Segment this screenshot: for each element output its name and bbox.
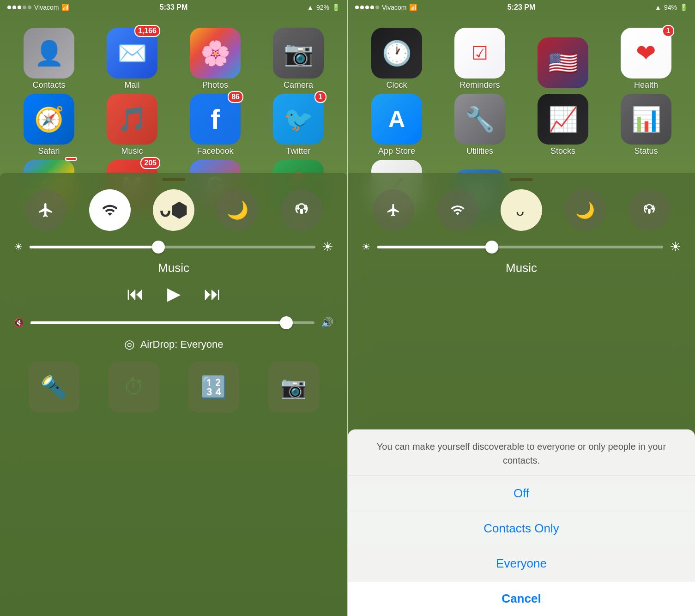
fast-forward-btn-left[interactable]: ⏭ [204, 284, 221, 304]
airdrop-row-left[interactable]: ◎ AirDrop: Everyone [14, 337, 333, 351]
timer-btn-left[interactable]: ⏱ [109, 362, 159, 412]
utilities-label: Utilities [466, 146, 493, 156]
status-label: Status [634, 146, 658, 156]
airplane-mode-btn-right[interactable] [373, 189, 414, 231]
airdrop-off-option[interactable]: Off [348, 476, 695, 511]
music-icon: 🎵 [107, 94, 157, 145]
wifi-btn-left[interactable] [89, 189, 131, 231]
app-reminders[interactable]: ☑ Reminders [440, 28, 520, 90]
twitter-badge: 1 [314, 91, 326, 103]
battery-right: 94% [664, 4, 677, 11]
svg-text:ᴗ: ᴗ [516, 203, 524, 217]
status-icon: 📊 [621, 94, 671, 145]
stocks-label: Stocks [550, 146, 575, 156]
app-utilities[interactable]: 🔧 Utilities [440, 94, 520, 156]
camera-cc-btn-left[interactable]: 📷 [268, 362, 319, 412]
status-right-right: ▲ 94% 🔋 [655, 4, 688, 11]
wifi-btn-right[interactable] [437, 189, 478, 231]
cc-handle-right [510, 178, 533, 181]
app-status[interactable]: 📊 Status [606, 94, 686, 156]
brightness-min-icon-left: ☀ [14, 241, 23, 253]
carrier-left: Vivacom [34, 4, 59, 11]
app-stocks[interactable]: 📈 Stocks [523, 94, 603, 156]
status-left-right: Vivacom 📶 [355, 4, 417, 11]
bluetooth-btn-left[interactable]: ᴗ ⬢ [153, 189, 194, 231]
airdrop-everyone-option[interactable]: Everyone [348, 546, 695, 581]
battery-icon-right: 🔋 [680, 4, 688, 11]
app-camera[interactable]: 📷 Camera [259, 28, 338, 90]
rewind-btn-left[interactable]: ⏮ [127, 284, 144, 304]
facebook-badge: 86 [228, 91, 243, 103]
rdot5 [375, 6, 379, 9]
bottom-tools-left: 🔦 ⏱ 🔢 📷 [14, 362, 333, 412]
do-not-disturb-btn-left[interactable]: 🌙 [217, 189, 258, 231]
wifi-right: 📶 [409, 4, 417, 11]
app-flag[interactable]: 🇺🇸 [523, 28, 603, 90]
play-btn-left[interactable]: ▶ [167, 284, 181, 304]
airdrop-dialog: You can make yourself discoverable to ev… [348, 429, 695, 616]
camera-label: Camera [284, 80, 313, 90]
rdot4 [370, 6, 374, 9]
signal-dots [7, 6, 31, 9]
airdrop-cancel-button[interactable]: Cancel [348, 581, 695, 616]
app-facebook[interactable]: f 86 Facebook [175, 94, 255, 156]
app-clock[interactable]: 🕐 Clock [357, 28, 436, 90]
rdot1 [355, 6, 359, 9]
mail-badge: 1,166 [134, 25, 160, 37]
carrier-right: Vivacom [382, 4, 406, 11]
signal-dots-right [355, 6, 379, 9]
app-photos[interactable]: 🌸 Photos [175, 28, 255, 90]
dot5 [28, 6, 31, 9]
app-grid-left: 👤 Contacts ✉️ 1,166 Mail 🌸 Photos 📷 Came… [0, 14, 347, 196]
app-appstore[interactable]: A App Store [357, 94, 436, 156]
do-not-disturb-btn-right[interactable]: 🌙 [564, 189, 606, 231]
chrome-badge [65, 157, 77, 161]
brightness-slider-left[interactable]: ☀ ☀ [14, 239, 333, 254]
rotation-lock-btn-right[interactable] [629, 189, 670, 231]
app-health[interactable]: ❤ 1 Health [606, 28, 686, 90]
dot3 [18, 6, 21, 9]
brightness-fill-left [30, 246, 158, 248]
brightness-slider-right[interactable]: ☀ ☀ [362, 239, 681, 254]
battery-icon-left: 🔋 [332, 4, 340, 11]
brightness-thumb-left [152, 241, 165, 254]
control-center-left: ᴗ ⬢ 🌙 ☀ ☀ Music ⏮ ▶ ⏭ [0, 173, 347, 616]
right-phone-panel: Vivacom 📶 5:23 PM ▲ 94% 🔋 🕐 Clock ☑ Remi… [347, 0, 695, 616]
twitter-label: Twitter [286, 146, 310, 156]
clock-label: Clock [386, 80, 407, 90]
app-twitter[interactable]: 🐦 1 Twitter [259, 94, 338, 156]
calculator-btn-left[interactable]: 🔢 [188, 362, 239, 412]
cc-toggle-row-left: ᴗ ⬢ 🌙 [14, 189, 333, 231]
airdrop-contacts-option[interactable]: Contacts Only [348, 511, 695, 546]
flashlight-btn-left[interactable]: 🔦 [29, 362, 79, 412]
utilities-icon: 🔧 [454, 94, 505, 145]
bluetooth-btn-right[interactable]: ᴗ [501, 189, 542, 231]
brightness-max-icon-left: ☀ [322, 239, 333, 254]
brightness-fill-right [377, 246, 492, 248]
health-label: Health [634, 80, 658, 90]
facebook-icon: f 86 [190, 94, 241, 145]
brightness-max-icon-right: ☀ [670, 239, 681, 254]
reminders-label: Reminders [459, 80, 500, 90]
app-safari[interactable]: 🧭 Safari [9, 94, 89, 156]
brightness-track-left [30, 246, 315, 248]
rotation-lock-btn-left[interactable] [281, 189, 322, 231]
rdot3 [365, 6, 369, 9]
status-bar-right: Vivacom 📶 5:23 PM ▲ 94% 🔋 [348, 0, 695, 15]
stocks-icon: 📈 [538, 94, 588, 145]
twitter-icon: 🐦 1 [273, 94, 324, 145]
app-contacts[interactable]: 👤 Contacts [9, 28, 89, 90]
app-mail[interactable]: ✉️ 1,166 Mail [92, 28, 172, 90]
appstore-label: App Store [378, 146, 415, 156]
flag-icon: 🇺🇸 [538, 37, 588, 88]
airplane-mode-btn-left[interactable] [25, 189, 66, 231]
volume-slider-left[interactable]: 🔇 🔊 [14, 317, 333, 329]
app-music[interactable]: 🎵 Music [92, 94, 172, 156]
time-left: 5:33 PM [160, 3, 187, 12]
music-title-left: Music [14, 261, 333, 275]
dot2 [12, 6, 16, 9]
music-section-left: Music ⏮ ▶ ⏭ [14, 261, 333, 310]
airdrop-description: You can make yourself discoverable to ev… [348, 429, 695, 476]
music-controls-left: ⏮ ▶ ⏭ [14, 284, 333, 304]
cc-handle-left [162, 178, 185, 181]
